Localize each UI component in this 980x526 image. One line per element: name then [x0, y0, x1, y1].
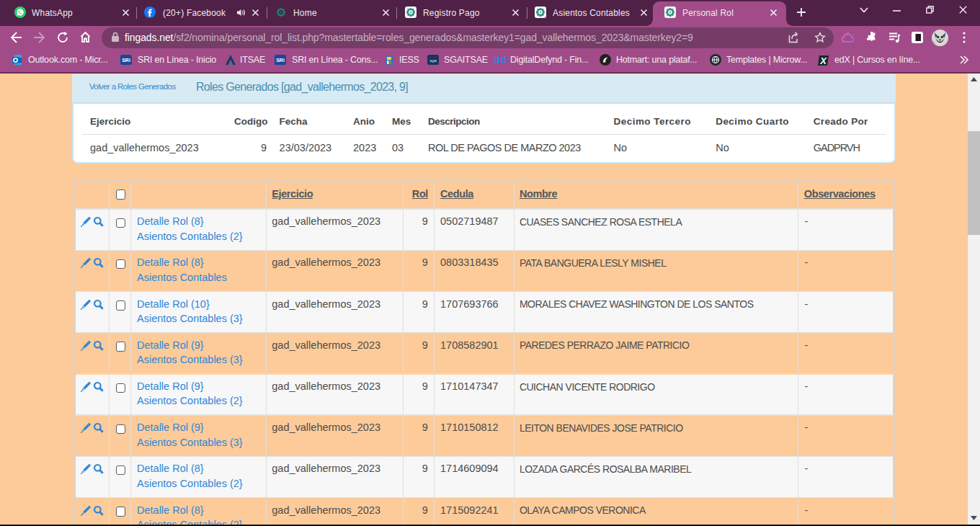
- svg-text:X: X: [819, 55, 827, 66]
- svg-text:sga: sga: [429, 58, 437, 63]
- svg-text:SRi: SRi: [276, 58, 285, 63]
- svg-text:SRi: SRi: [122, 58, 130, 63]
